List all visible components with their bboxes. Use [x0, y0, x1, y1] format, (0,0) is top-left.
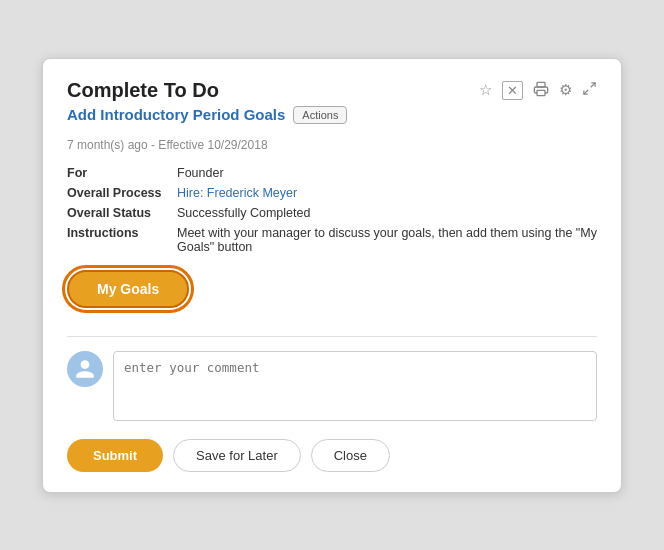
- svg-rect-0: [537, 82, 545, 87]
- star-icon[interactable]: ☆: [479, 81, 492, 99]
- value-for: Founder: [177, 166, 224, 180]
- avatar: [67, 351, 103, 387]
- label-for: For: [67, 166, 177, 180]
- label-status: Overall Status: [67, 206, 177, 220]
- modal-subtitle: Add Introductory Period Goals Actions: [67, 106, 597, 124]
- submit-button[interactable]: Submit: [67, 439, 163, 472]
- complete-todo-modal: Complete To Do ☆ ✕ ⚙: [42, 58, 622, 493]
- close-button[interactable]: Close: [311, 439, 390, 472]
- value-status: Successfully Completed: [177, 206, 310, 220]
- comment-input[interactable]: [113, 351, 597, 421]
- timestamp: 7 month(s) ago - Effective 10/29/2018: [67, 138, 597, 152]
- footer-buttons: Submit Save for Later Close: [67, 439, 597, 472]
- value-process[interactable]: Hire: Frederick Meyer: [177, 186, 297, 200]
- actions-button[interactable]: Actions: [293, 106, 347, 124]
- info-row-instructions: Instructions Meet with your manager to d…: [67, 226, 597, 254]
- save-for-later-button[interactable]: Save for Later: [173, 439, 301, 472]
- label-process: Overall Process: [67, 186, 177, 200]
- comment-section: [67, 351, 597, 421]
- expand-icon[interactable]: [582, 81, 597, 99]
- modal-title: Complete To Do: [67, 79, 219, 102]
- gear-icon[interactable]: ⚙: [559, 81, 572, 99]
- modal-subtitle-text: Add Introductory Period Goals: [67, 106, 285, 123]
- svg-rect-1: [537, 90, 545, 95]
- value-instructions: Meet with your manager to discuss your g…: [177, 226, 597, 254]
- svg-line-3: [584, 90, 588, 94]
- info-row-process: Overall Process Hire: Frederick Meyer: [67, 186, 597, 200]
- modal-header: Complete To Do ☆ ✕ ⚙: [67, 79, 597, 102]
- label-instructions: Instructions: [67, 226, 177, 240]
- info-row-for: For Founder: [67, 166, 597, 180]
- print-icon[interactable]: [533, 81, 549, 100]
- header-icons: ☆ ✕ ⚙: [479, 81, 597, 100]
- divider: [67, 336, 597, 337]
- info-table: For Founder Overall Process Hire: Freder…: [67, 166, 597, 254]
- info-row-status: Overall Status Successfully Completed: [67, 206, 597, 220]
- my-goals-button[interactable]: My Goals: [67, 270, 189, 308]
- close-icon[interactable]: ✕: [502, 81, 523, 100]
- svg-line-2: [591, 83, 595, 87]
